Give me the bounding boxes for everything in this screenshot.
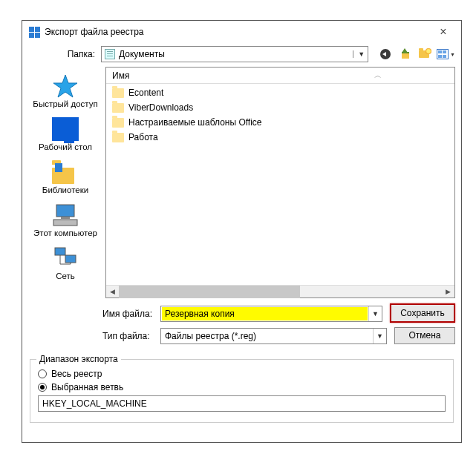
sort-indicator-icon: ︿: [374, 70, 382, 81]
new-folder-icon: [419, 50, 429, 58]
titlebar[interactable]: Экспорт файла реестра ×: [22, 21, 461, 43]
folder-selected: Документы: [119, 49, 353, 59]
close-button[interactable]: ×: [428, 25, 458, 39]
svg-rect-4: [55, 248, 65, 255]
horizontal-scrollbar[interactable]: ◀ ▶: [106, 285, 454, 297]
filetype-value: Файлы реестра (*.reg): [161, 331, 373, 341]
view-menu-button[interactable]: ▼: [437, 47, 455, 61]
place-label: Сеть: [52, 272, 79, 280]
list-item[interactable]: ViberDownloads: [109, 100, 451, 115]
folder-icon: [112, 133, 124, 142]
scroll-left-icon[interactable]: ◀: [106, 288, 119, 295]
place-quick-access[interactable]: Быстрый доступ: [33, 74, 97, 108]
chevron-down-icon[interactable]: ▼: [368, 306, 382, 321]
folder-label: Папка:: [53, 49, 95, 59]
svg-rect-3: [53, 220, 77, 226]
svg-rect-5: [65, 255, 76, 263]
radio-label: Весь реестр: [51, 369, 102, 379]
radio-label: Выбранная ветвь: [51, 382, 123, 392]
folder-icon: [112, 103, 124, 113]
scroll-track[interactable]: [119, 286, 442, 298]
chevron-down-icon: ▼: [450, 52, 455, 57]
scroll-right-icon[interactable]: ▶: [442, 288, 454, 295]
list-item[interactable]: Работа: [109, 130, 451, 145]
list-item[interactable]: Econtent: [109, 85, 451, 100]
svg-rect-2: [61, 217, 70, 219]
pc-icon: [52, 203, 79, 227]
svg-rect-1: [56, 205, 74, 217]
column-name[interactable]: Имя: [112, 70, 374, 81]
list-item[interactable]: Настраиваемые шаблоны Office: [109, 115, 451, 130]
item-name: Настраиваемые шаблоны Office: [128, 117, 262, 128]
place-network[interactable]: Сеть: [52, 246, 79, 280]
item-name: Работа: [128, 132, 158, 142]
save-button[interactable]: Сохранить: [390, 303, 455, 323]
item-name: Econtent: [128, 88, 163, 98]
radio-all-registry[interactable]: Весь реестр: [38, 369, 446, 379]
up-button[interactable]: [398, 47, 411, 61]
network-icon: [52, 246, 79, 270]
place-label: Библиотеки: [42, 185, 88, 194]
chevron-down-icon[interactable]: ▼: [373, 329, 386, 343]
export-range-legend: Диапазон экспорта: [36, 354, 121, 364]
filename-label: Имя файла:: [102, 309, 160, 319]
place-desktop[interactable]: Рабочий стол: [39, 117, 92, 151]
documents-icon: [105, 49, 115, 59]
regedit-icon: [28, 26, 40, 38]
item-name: ViberDownloads: [128, 102, 193, 113]
up-icon: [400, 50, 409, 59]
place-label: Рабочий стол: [39, 142, 92, 151]
chevron-down-icon: ▼: [353, 50, 365, 58]
place-this-pc[interactable]: Этот компьютер: [33, 203, 97, 237]
desktop-icon: [52, 117, 79, 141]
place-label: Этот компьютер: [33, 228, 97, 237]
list-header[interactable]: Имя ︿: [106, 68, 454, 84]
folder-icon: [112, 118, 124, 128]
export-dialog: Экспорт файла реестра × Папка: Документы…: [22, 20, 462, 443]
back-icon: [380, 49, 391, 59]
star-icon: [52, 74, 79, 98]
place-libraries[interactable]: Библиотеки: [42, 160, 88, 194]
radio-icon: [38, 369, 47, 378]
back-button[interactable]: [379, 47, 392, 61]
libraries-icon: [52, 160, 79, 184]
folder-dropdown[interactable]: Документы ▼: [101, 46, 368, 62]
scroll-thumb[interactable]: [119, 286, 300, 298]
export-range-group: Диапазон экспорта Весь реестр Выбранная …: [30, 359, 454, 423]
place-label: Быстрый доступ: [33, 99, 97, 108]
filetype-dropdown[interactable]: Файлы реестра (*.reg) ▼: [160, 328, 387, 344]
filename-value[interactable]: Резервная копия: [162, 307, 368, 320]
window-title: Экспорт файла реестра: [45, 27, 428, 37]
svg-marker-0: [53, 75, 77, 97]
branch-input[interactable]: HKEY_LOCAL_MACHINE: [38, 395, 446, 412]
radio-icon: [38, 383, 47, 392]
filetype-label: Тип файла:: [102, 331, 160, 341]
places-bar: Быстрый доступ Рабочий стол Библиотеки Э…: [25, 67, 105, 298]
cancel-button[interactable]: Отмена: [394, 327, 455, 344]
view-icon: [437, 49, 449, 59]
filename-input[interactable]: Резервная копия ▼: [160, 306, 382, 322]
new-folder-button[interactable]: [417, 47, 431, 61]
file-list[interactable]: Имя ︿ EcontentViberDownloadsНастраиваемы…: [105, 67, 455, 298]
radio-selected-branch[interactable]: Выбранная ветвь: [38, 382, 446, 392]
folder-icon: [112, 88, 124, 98]
